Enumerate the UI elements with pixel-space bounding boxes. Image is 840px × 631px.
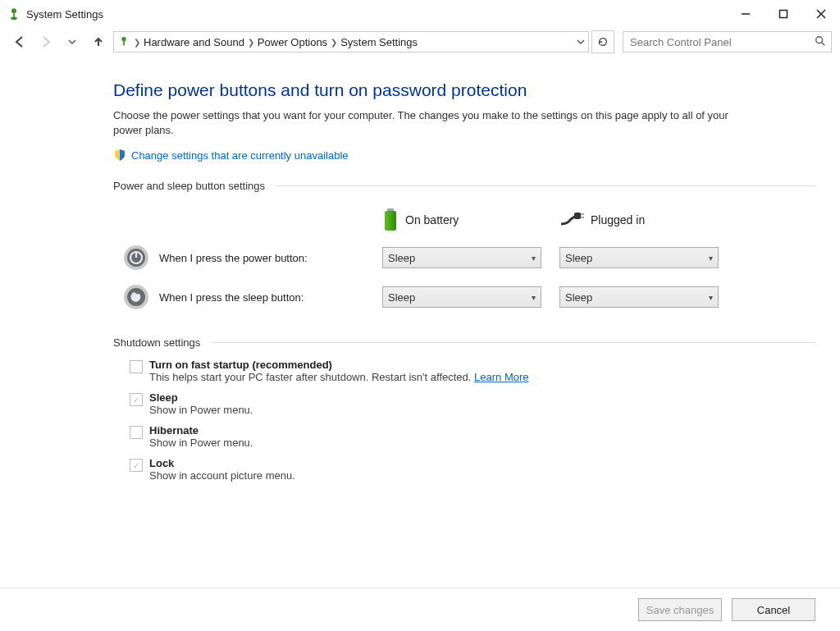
change-settings-link-row: Change settings that are currently unava… bbox=[113, 149, 815, 162]
svg-rect-8 bbox=[123, 40, 125, 46]
check-hibernate: Hibernate Show in Power menu. bbox=[130, 424, 815, 449]
search-icon bbox=[815, 35, 826, 47]
forward-arrow-icon bbox=[39, 35, 52, 48]
svg-line-10 bbox=[822, 43, 825, 46]
column-label: On battery bbox=[405, 213, 459, 226]
refresh-icon bbox=[597, 36, 609, 48]
window-controls bbox=[727, 0, 840, 28]
row-label-text: When I press the sleep button: bbox=[159, 291, 304, 304]
minimize-button[interactable] bbox=[727, 0, 765, 28]
check-lock: ✓ Lock Show in account picture menu. bbox=[130, 457, 815, 482]
checkbox[interactable] bbox=[130, 360, 143, 373]
chevron-right-icon: ❯ bbox=[134, 38, 140, 47]
power-button-battery-select[interactable]: Sleep ▾ bbox=[382, 247, 541, 268]
check-subtitle: Show in Power menu. bbox=[149, 437, 253, 449]
save-button-label: Save changes bbox=[646, 604, 714, 616]
select-value: Sleep bbox=[565, 252, 592, 264]
svg-rect-12 bbox=[385, 211, 396, 231]
save-button[interactable]: Save changes bbox=[638, 598, 722, 621]
minimize-icon bbox=[741, 9, 751, 19]
svg-point-2 bbox=[11, 16, 17, 20]
navbar: ❯ Hardware and Sound ❯ Power Options ❯ S… bbox=[0, 28, 840, 56]
shutdown-list: Turn on fast startup (recommended) This … bbox=[130, 359, 815, 482]
svg-rect-13 bbox=[574, 213, 581, 219]
check-sleep: ✓ Sleep Show in Power menu. bbox=[130, 391, 815, 416]
titlebar: System Settings bbox=[0, 0, 840, 28]
content-area: Define power buttons and turn on passwor… bbox=[0, 56, 840, 482]
shield-icon bbox=[113, 149, 126, 162]
column-label: Plugged in bbox=[591, 213, 645, 226]
search-input[interactable] bbox=[628, 35, 826, 49]
control-panel-icon bbox=[117, 35, 130, 48]
page-title: Define power buttons and turn on passwor… bbox=[113, 80, 815, 100]
check-title: Turn on fast startup (recommended) bbox=[149, 359, 529, 371]
power-button-icon bbox=[123, 245, 149, 271]
close-button[interactable] bbox=[802, 0, 840, 28]
footer: Save changes Cancel bbox=[0, 588, 840, 631]
chevron-down-icon: ▾ bbox=[709, 254, 713, 263]
chevron-right-icon: ❯ bbox=[331, 38, 337, 47]
breadcrumb-item[interactable]: Hardware and Sound bbox=[144, 36, 244, 48]
chevron-down-icon: ▾ bbox=[532, 293, 536, 302]
learn-more-link[interactable]: Learn More bbox=[474, 371, 528, 383]
up-button[interactable] bbox=[87, 30, 110, 53]
power-grid: On battery Plugged in When I press the p… bbox=[123, 202, 815, 317]
plug-icon bbox=[559, 213, 584, 227]
row-sleep-button: When I press the sleep button: bbox=[123, 277, 369, 317]
sleep-button-plugged-select[interactable]: Sleep ▾ bbox=[559, 286, 719, 308]
checkbox[interactable]: ✓ bbox=[130, 459, 143, 472]
svg-rect-11 bbox=[387, 208, 394, 211]
sleep-button-icon bbox=[123, 284, 149, 310]
checkbox[interactable]: ✓ bbox=[130, 393, 143, 406]
back-button[interactable] bbox=[8, 30, 31, 53]
row-power-button: When I press the power button: bbox=[123, 238, 369, 277]
check-fast-startup: Turn on fast startup (recommended) This … bbox=[130, 359, 815, 383]
check-subtitle: Show in Power menu. bbox=[149, 404, 253, 416]
check-title: Sleep bbox=[149, 391, 253, 404]
select-value: Sleep bbox=[388, 252, 415, 264]
maximize-icon bbox=[778, 9, 788, 19]
column-header-battery: On battery bbox=[382, 202, 546, 238]
chevron-down-icon: ▾ bbox=[709, 293, 713, 302]
battery-icon bbox=[382, 208, 399, 231]
recent-dropdown[interactable] bbox=[61, 30, 84, 53]
chevron-down-icon[interactable] bbox=[577, 38, 585, 46]
breadcrumb-item[interactable]: Power Options bbox=[258, 36, 327, 48]
address-bar[interactable]: ❯ Hardware and Sound ❯ Power Options ❯ S… bbox=[113, 31, 589, 53]
chevron-right-icon: ❯ bbox=[248, 38, 254, 47]
up-arrow-icon bbox=[93, 36, 104, 48]
section-power-sleep: Power and sleep button settings bbox=[113, 180, 815, 192]
check-title: Lock bbox=[149, 457, 295, 469]
check-subtitle: This helps start your PC faster after sh… bbox=[149, 371, 529, 383]
sleep-button-battery-select[interactable]: Sleep ▾ bbox=[382, 286, 541, 308]
breadcrumb-item[interactable]: System Settings bbox=[340, 36, 418, 48]
close-icon bbox=[816, 9, 826, 19]
section-shutdown: Shutdown settings bbox=[113, 336, 815, 349]
section-label: Shutdown settings bbox=[113, 336, 200, 349]
forward-button[interactable] bbox=[34, 30, 57, 53]
checkbox[interactable] bbox=[130, 426, 143, 439]
check-subtitle: Show in account picture menu. bbox=[149, 469, 295, 482]
select-value: Sleep bbox=[388, 291, 415, 304]
row-label-text: When I press the power button: bbox=[159, 252, 308, 264]
back-arrow-icon bbox=[13, 35, 26, 48]
page-description: Choose the power settings that you want … bbox=[113, 108, 737, 137]
power-button-plugged-select[interactable]: Sleep ▾ bbox=[559, 247, 719, 268]
change-settings-link[interactable]: Change settings that are currently unava… bbox=[131, 149, 349, 162]
cancel-button[interactable]: Cancel bbox=[732, 598, 815, 621]
cancel-button-label: Cancel bbox=[757, 604, 790, 616]
chevron-down-icon: ▾ bbox=[532, 254, 536, 263]
svg-rect-4 bbox=[780, 11, 788, 18]
divider bbox=[275, 185, 815, 186]
check-title: Hibernate bbox=[149, 424, 253, 437]
section-label: Power and sleep button settings bbox=[113, 180, 265, 192]
app-icon bbox=[7, 7, 21, 21]
window-title: System Settings bbox=[26, 8, 103, 21]
divider bbox=[210, 342, 815, 343]
select-value: Sleep bbox=[565, 291, 592, 304]
refresh-button[interactable] bbox=[591, 30, 614, 53]
maximize-button[interactable] bbox=[765, 0, 802, 28]
column-header-plugged: Plugged in bbox=[559, 202, 724, 238]
chevron-down-icon bbox=[68, 38, 76, 46]
search-box[interactable] bbox=[623, 31, 832, 53]
